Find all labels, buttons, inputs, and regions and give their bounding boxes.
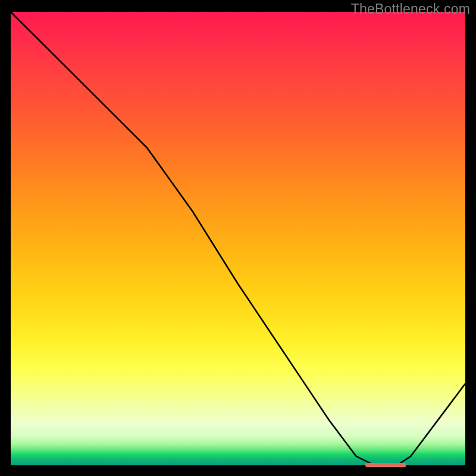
chart-stage: TheBottleneck.com [0,0,476,476]
watermark-text: TheBottleneck.com [351,1,470,17]
plot-area [11,12,465,465]
bottleneck-curve [11,12,465,465]
chart-svg [11,12,465,465]
optimal-range-marker [365,463,406,467]
